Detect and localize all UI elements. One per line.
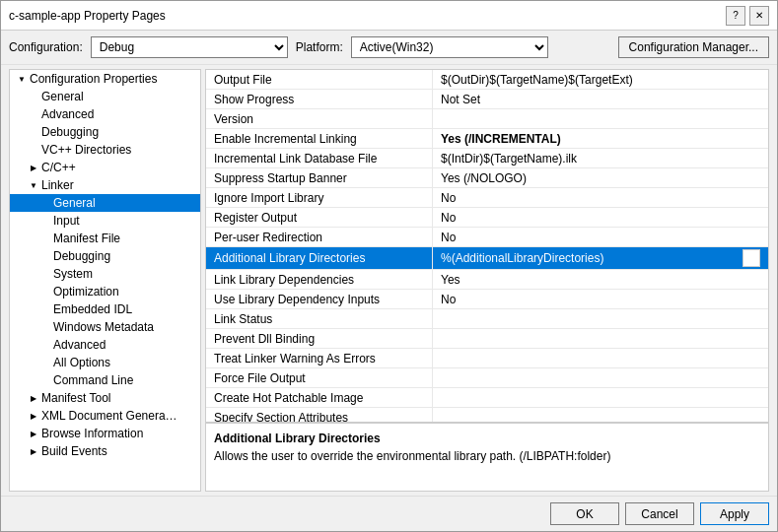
prop-row-14[interactable]: Treat Linker Warning As Errors	[206, 349, 768, 368]
configuration-select[interactable]: Debug	[91, 36, 288, 58]
help-button[interactable]: ?	[726, 6, 745, 26]
prop-value-1: Not Set	[433, 90, 768, 108]
tree-label-linker-input: Input	[53, 214, 80, 228]
tree-item-debugging[interactable]: Debugging	[10, 123, 200, 141]
prop-value-2	[433, 109, 768, 128]
prop-name-9: Additional Library Directories	[206, 247, 433, 269]
tree-label-advanced: Advanced	[41, 107, 94, 121]
tree-label-linker-system: System	[53, 267, 93, 281]
tree-label-browse-info: Browse Information	[41, 427, 143, 440]
prop-name-2: Version	[206, 109, 433, 128]
prop-value-14	[433, 349, 768, 367]
apply-button[interactable]: Apply	[700, 502, 769, 525]
tree-item-vc-dirs[interactable]: VC++ Directories	[10, 141, 200, 159]
prop-row-9[interactable]: Additional Library Directories%(Addition…	[206, 247, 768, 270]
tree-item-linker-alloptions[interactable]: All Options	[10, 354, 200, 371]
prop-row-11[interactable]: Use Library Dependency InputsNo	[206, 290, 768, 309]
tree-item-linker-embedded[interactable]: Embedded IDL	[10, 300, 200, 318]
prop-row-12[interactable]: Link Status	[206, 309, 768, 329]
prop-value-17	[433, 408, 768, 422]
prop-value-13	[433, 329, 768, 348]
prop-name-3: Enable Incremental Linking	[206, 129, 433, 148]
prop-row-6[interactable]: Ignore Import LibraryNo	[206, 188, 768, 208]
prop-value-text-1: Not Set	[441, 93, 480, 106]
prop-value-15	[433, 368, 768, 387]
tree-item-xml-doc[interactable]: ▶XML Document Genera…	[10, 407, 200, 425]
prop-row-16[interactable]: Create Hot Patchable Image	[206, 388, 768, 408]
tree-label-linker-windows: Windows Metadata	[53, 320, 154, 334]
tree-item-linker-cmdline[interactable]: Command Line	[10, 371, 200, 389]
prop-name-5: Suppress Startup Banner	[206, 168, 433, 187]
prop-row-15[interactable]: Force File Output	[206, 368, 768, 388]
prop-value-text-6: No	[441, 191, 456, 205]
prop-row-4[interactable]: Incremental Link Database File$(IntDir)$…	[206, 149, 768, 168]
tree-label-xml-doc: XML Document Genera…	[41, 409, 177, 423]
prop-value-text-8: No	[441, 231, 456, 244]
prop-row-1[interactable]: Show ProgressNot Set	[206, 90, 768, 109]
prop-name-1: Show Progress	[206, 90, 433, 108]
tree-item-linker-general[interactable]: General	[10, 194, 200, 212]
tree-item-linker-debugging[interactable]: Debugging	[10, 247, 200, 265]
tree-label-linker-manifest: Manifest File	[53, 232, 120, 245]
ok-button[interactable]: OK	[550, 502, 619, 525]
prop-name-14: Treat Linker Warning As Errors	[206, 349, 433, 367]
tree-label-general: General	[41, 90, 84, 103]
prop-name-11: Use Library Dependency Inputs	[206, 290, 433, 308]
tree-arrow-xml-doc: ▶	[28, 412, 39, 421]
prop-value-6: No	[433, 188, 768, 207]
close-button[interactable]: ✕	[749, 6, 769, 26]
description-title: Additional Library Directories	[214, 432, 760, 445]
platform-label: Platform:	[296, 40, 343, 54]
prop-value-7: No	[433, 208, 768, 227]
prop-value-4: $(IntDir)$(TargetName).ilk	[433, 149, 768, 167]
tree-item-advanced[interactable]: Advanced	[10, 105, 200, 123]
prop-expand-button-9[interactable]: ▼	[743, 249, 760, 267]
tree-item-build-events[interactable]: ▶Build Events	[10, 442, 200, 460]
tree-label-vc-dirs: VC++ Directories	[41, 143, 131, 157]
prop-row-10[interactable]: Link Library DependenciesYes	[206, 270, 768, 290]
prop-row-0[interactable]: Output File$(OutDir)$(TargetName)$(Targe…	[206, 70, 768, 90]
tree-item-linker[interactable]: ▼Linker	[10, 176, 200, 194]
prop-row-7[interactable]: Register OutputNo	[206, 208, 768, 228]
properties-table: Output File$(OutDir)$(TargetName)$(Targe…	[206, 70, 768, 422]
tree-item-linker-manifest[interactable]: Manifest File	[10, 230, 200, 247]
tree-label-build-events: Build Events	[41, 444, 107, 458]
prop-row-2[interactable]: Version	[206, 109, 768, 129]
prop-value-8: No	[433, 228, 768, 246]
main-content: ▼Configuration PropertiesGeneralAdvanced…	[1, 65, 777, 496]
cancel-button[interactable]: Cancel	[625, 502, 694, 525]
prop-row-17[interactable]: Specify Section Attributes	[206, 408, 768, 422]
prop-value-text-9: %(AdditionalLibraryDirectories)	[441, 251, 603, 265]
tree-label-linker-alloptions: All Options	[53, 356, 110, 369]
tree-item-linker-advanced[interactable]: Advanced	[10, 336, 200, 354]
prop-row-5[interactable]: Suppress Startup BannerYes (/NOLOGO)	[206, 168, 768, 188]
prop-name-10: Link Library Dependencies	[206, 270, 433, 289]
property-pages-dialog: c-sample-app Property Pages ? ✕ Configur…	[0, 0, 778, 532]
platform-select[interactable]: Active(Win32)	[351, 36, 548, 58]
description-panel: Additional Library Directories Allows th…	[206, 422, 768, 491]
tree-item-linker-windows[interactable]: Windows Metadata	[10, 318, 200, 336]
tree-arrow-cpp: ▶	[28, 164, 39, 172]
prop-value-16	[433, 388, 768, 407]
tree-label-cpp: C/C++	[41, 161, 76, 174]
config-row: Configuration: Debug Platform: Active(Wi…	[1, 31, 777, 65]
prop-value-text-4: $(IntDir)$(TargetName).ilk	[441, 152, 577, 166]
prop-value-text-0: $(OutDir)$(TargetName)$(TargetExt)	[441, 73, 633, 87]
description-text: Allows the user to override the environm…	[214, 449, 760, 463]
prop-row-13[interactable]: Prevent Dll Binding	[206, 329, 768, 349]
prop-value-10: Yes	[433, 270, 768, 289]
tree-item-cpp[interactable]: ▶C/C++	[10, 159, 200, 176]
tree-item-linker-input[interactable]: Input	[10, 212, 200, 230]
tree-arrow-browse-info: ▶	[28, 430, 39, 438]
tree-item-linker-optimization[interactable]: Optimization	[10, 283, 200, 300]
tree-item-browse-info[interactable]: ▶Browse Information	[10, 425, 200, 442]
prop-row-3[interactable]: Enable Incremental LinkingYes (/INCREMEN…	[206, 129, 768, 149]
tree-item-general[interactable]: General	[10, 88, 200, 105]
config-manager-button[interactable]: Configuration Manager...	[618, 36, 769, 58]
tree-item-linker-system[interactable]: System	[10, 265, 200, 283]
tree-item-manifest-tool[interactable]: ▶Manifest Tool	[10, 389, 200, 407]
prop-row-8[interactable]: Per-user RedirectionNo	[206, 228, 768, 247]
tree-item-config-props[interactable]: ▼Configuration Properties	[10, 70, 200, 88]
tree-arrow-build-events: ▶	[28, 447, 39, 456]
prop-name-13: Prevent Dll Binding	[206, 329, 433, 348]
